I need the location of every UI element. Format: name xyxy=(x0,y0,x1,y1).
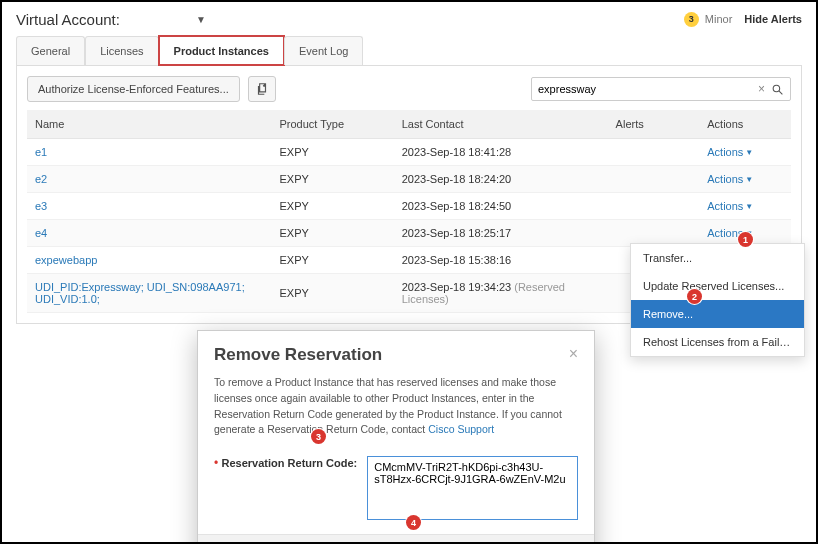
product-type-cell: EXPY xyxy=(271,139,393,166)
return-code-label-wrap: • Reservation Return Code: xyxy=(214,456,357,470)
product-type-cell: EXPY xyxy=(271,220,393,247)
table-row: e3EXPY2023-Sep-18 18:24:50Actions ▼ xyxy=(27,193,791,220)
toolbar: Authorize License-Enforced Features... × xyxy=(27,76,791,102)
alerts-cell xyxy=(608,139,700,166)
table-row: e1EXPY2023-Sep-18 18:41:28Actions ▼ xyxy=(27,139,791,166)
modal-body-text: To remove a Product Instance that has re… xyxy=(214,376,562,435)
modal-header: Remove Reservation × xyxy=(198,331,594,371)
search-icon[interactable] xyxy=(769,83,786,96)
table-row: e2EXPY2023-Sep-18 18:24:20Actions ▼ xyxy=(27,166,791,193)
dropdown-item-rehost[interactable]: Rehost Licenses from a Failed Product... xyxy=(631,328,804,356)
product-type-cell: EXPY xyxy=(271,166,393,193)
last-contact-cell: 2023-Sep-18 18:41:28 xyxy=(394,139,608,166)
alert-count-badge[interactable]: 3 xyxy=(684,12,699,27)
product-type-cell: EXPY xyxy=(271,193,393,220)
callout-3: 3 xyxy=(311,429,326,444)
return-code-label: Reservation Return Code: xyxy=(222,455,358,469)
instance-name-link[interactable]: e1 xyxy=(35,146,47,158)
last-contact-cell: 2023-Sep-18 18:24:50 xyxy=(394,193,608,220)
tab-bar: General Licenses Product Instances Event… xyxy=(2,28,816,65)
actions-menu-trigger[interactable]: Actions ▼ xyxy=(707,173,753,185)
svg-point-0 xyxy=(773,85,780,92)
virtual-account-dropdown[interactable]: ▼ xyxy=(196,14,206,25)
tab-licenses[interactable]: Licenses xyxy=(85,36,158,65)
modal-form-row: • Reservation Return Code: xyxy=(198,450,594,534)
last-contact-cell: 2023-Sep-18 19:34:23 (Reserved Licenses) xyxy=(394,274,608,313)
modal-title: Remove Reservation xyxy=(214,345,382,365)
instance-name-link[interactable]: expewebapp xyxy=(35,254,97,266)
instance-name-link[interactable]: e2 xyxy=(35,173,47,185)
chevron-down-icon: ▼ xyxy=(745,202,753,211)
col-product-type[interactable]: Product Type xyxy=(271,110,393,139)
callout-4: 4 xyxy=(406,515,421,530)
product-type-cell: EXPY xyxy=(271,247,393,274)
alerts-cell xyxy=(608,166,700,193)
alert-severity: Minor xyxy=(705,13,733,25)
authorize-button[interactable]: Authorize License-Enforced Features... xyxy=(27,76,240,102)
actions-menu-trigger[interactable]: Actions ▼ xyxy=(707,146,753,158)
virtual-account-label: Virtual Account: ▼ xyxy=(16,11,206,28)
alerts-area: 3 Minor Hide Alerts xyxy=(684,12,802,27)
tab-product-instances[interactable]: Product Instances xyxy=(159,36,284,65)
clear-search-icon[interactable]: × xyxy=(754,82,769,96)
dropdown-item-remove[interactable]: Remove... xyxy=(631,300,804,328)
virtual-account-text: Virtual Account: xyxy=(16,11,120,28)
product-type-cell: EXPY xyxy=(271,274,393,313)
top-bar: Virtual Account: ▼ 3 Minor Hide Alerts xyxy=(2,2,816,28)
col-last-contact[interactable]: Last Contact xyxy=(394,110,608,139)
instance-name-link[interactable]: UDI_PID:Expressway; UDI_SN:098AA971; UDI… xyxy=(35,281,245,305)
modal-close-icon[interactable]: × xyxy=(569,345,578,365)
dropdown-item-update[interactable]: Update Reserved Licenses... xyxy=(631,272,804,300)
last-contact-cell: 2023-Sep-18 18:24:20 xyxy=(394,166,608,193)
export-icon-button[interactable] xyxy=(248,76,276,102)
col-alerts[interactable]: Alerts xyxy=(608,110,700,139)
alerts-cell xyxy=(608,193,700,220)
svg-line-1 xyxy=(779,91,782,94)
last-contact-cell: 2023-Sep-18 18:25:17 xyxy=(394,220,608,247)
remove-reservation-modal: Remove Reservation × To remove a Product… xyxy=(197,330,595,544)
callout-1: 1 xyxy=(738,232,753,247)
required-indicator: • xyxy=(214,456,218,470)
modal-footer: Remove Reservation Cancel xyxy=(198,534,594,544)
return-code-input[interactable] xyxy=(367,456,578,520)
chevron-down-icon: ▼ xyxy=(745,148,753,157)
col-name[interactable]: Name xyxy=(27,110,271,139)
col-actions: Actions xyxy=(699,110,791,139)
actions-menu-trigger[interactable]: Actions ▼ xyxy=(707,200,753,212)
modal-body: To remove a Product Instance that has re… xyxy=(198,371,594,450)
hide-alerts-link[interactable]: Hide Alerts xyxy=(744,13,802,25)
export-icon xyxy=(255,82,269,96)
instance-name-link[interactable]: e3 xyxy=(35,200,47,212)
chevron-down-icon: ▼ xyxy=(745,175,753,184)
dropdown-item-transfer[interactable]: Transfer... xyxy=(631,244,804,272)
callout-2: 2 xyxy=(687,289,702,304)
tab-general[interactable]: General xyxy=(16,36,85,65)
search-box[interactable]: × xyxy=(531,77,791,101)
table-header-row: Name Product Type Last Contact Alerts Ac… xyxy=(27,110,791,139)
actions-dropdown[interactable]: Transfer... Update Reserved Licenses... … xyxy=(630,243,805,357)
cisco-support-link[interactable]: Cisco Support xyxy=(428,423,494,435)
tab-event-log[interactable]: Event Log xyxy=(284,36,364,65)
search-input[interactable] xyxy=(538,83,754,95)
last-contact-cell: 2023-Sep-18 15:38:16 xyxy=(394,247,608,274)
instance-name-link[interactable]: e4 xyxy=(35,227,47,239)
